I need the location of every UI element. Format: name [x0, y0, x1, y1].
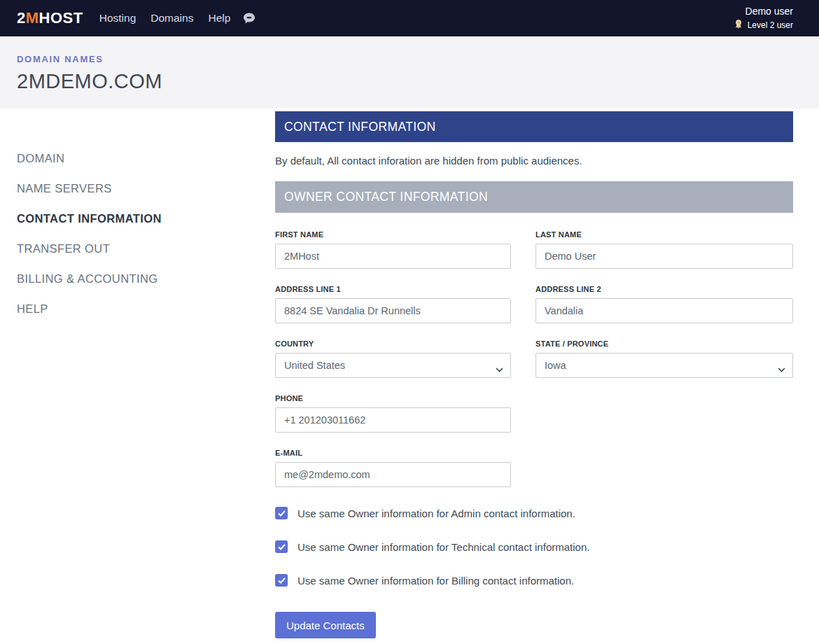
state-label: STATE / PROVINCE	[536, 340, 793, 348]
admin-checkbox-label: Use same Owner information for Admin con…	[298, 507, 575, 519]
phone-input[interactable]	[275, 407, 511, 433]
sidebar-item-domain[interactable]: DOMAIN	[17, 144, 275, 174]
email-label: E-MAIL	[275, 449, 511, 457]
page: 2MHOST Hosting Domains Help Demo user	[0, 0, 819, 644]
field-address2: ADDRESS LINE 2	[536, 285, 793, 323]
address1-label: ADDRESS LINE 1	[275, 285, 511, 293]
field-state: STATE / PROVINCE Iowa	[536, 340, 793, 378]
checkbox-group: Use same Owner information for Admin con…	[275, 507, 793, 587]
user-level-label: Level 2 user	[748, 20, 793, 30]
country-label: COUNTRY	[275, 340, 511, 348]
nav-link-domains[interactable]: Domains	[150, 12, 193, 24]
field-address1: ADDRESS LINE 1	[275, 285, 511, 323]
admin-checkbox[interactable]	[275, 507, 288, 519]
first-name-label: FIRST NAME	[275, 230, 511, 239]
sidebar-item-name-servers[interactable]: NAME SERVERS	[17, 174, 275, 204]
main-panel: CONTACT INFORMATION By default, All cont…	[275, 108, 793, 638]
technical-checkbox[interactable]	[275, 540, 288, 553]
field-email: E-MAIL	[275, 449, 511, 487]
checkbox-row-technical[interactable]: Use same Owner information for Technical…	[275, 540, 793, 553]
subsection-header: OWNER CONTACT INFORMATION	[275, 181, 793, 213]
sidebar-item-billing-accounting[interactable]: BILLING & ACCOUNTING	[17, 264, 275, 294]
field-last-name: LAST NAME	[536, 230, 793, 269]
page-header: DOMAIN NAMES 2MDEMO.COM	[0, 36, 819, 108]
last-name-label: LAST NAME	[536, 230, 793, 239]
owner-contact-form: FIRST NAME LAST NAME ADDRESS LINE 1 ADDR	[275, 230, 793, 638]
chat-bubble-icon[interactable]	[242, 11, 256, 25]
sidebar-item-contact-information[interactable]: CONTACT INFORMATION	[17, 204, 275, 234]
address2-label: ADDRESS LINE 2	[536, 285, 793, 293]
field-phone: PHONE	[275, 394, 511, 433]
sidebar-item-transfer-out[interactable]: TRANSFER OUT	[17, 234, 275, 264]
privacy-note: By default, All contact inforation are h…	[275, 155, 793, 167]
nav-link-help[interactable]: Help	[208, 12, 230, 24]
billing-checkbox[interactable]	[275, 574, 288, 587]
medal-icon	[734, 19, 743, 31]
sidebar: DOMAIN NAME SERVERS CONTACT INFORMATION …	[0, 108, 275, 638]
page-title: 2MDEMO.COM	[17, 70, 819, 93]
nav-link-hosting[interactable]: Hosting	[99, 12, 136, 24]
address1-input[interactable]	[275, 298, 511, 323]
user-menu[interactable]: Demo user Level 2 user	[734, 6, 793, 31]
state-select[interactable]: Iowa	[536, 353, 793, 378]
user-level: Level 2 user	[734, 19, 793, 31]
field-first-name: FIRST NAME	[275, 230, 511, 269]
breadcrumb: DOMAIN NAMES	[17, 54, 819, 64]
field-country: COUNTRY United States	[275, 340, 511, 378]
section-header: CONTACT INFORMATION	[275, 111, 793, 142]
brand-prefix: 2	[17, 9, 26, 27]
brand-m: M	[26, 9, 39, 27]
phone-label: PHONE	[275, 394, 511, 402]
technical-checkbox-label: Use same Owner information for Technical…	[298, 541, 589, 553]
update-contacts-button[interactable]: Update Contacts	[275, 612, 376, 638]
email-input[interactable]	[275, 462, 511, 487]
content: DOMAIN NAME SERVERS CONTACT INFORMATION …	[0, 108, 819, 638]
checkbox-row-admin[interactable]: Use same Owner information for Admin con…	[275, 507, 793, 519]
checkbox-row-billing[interactable]: Use same Owner information for Billing c…	[275, 574, 793, 587]
last-name-input[interactable]	[536, 244, 793, 269]
address2-input[interactable]	[536, 298, 793, 323]
nav-links: Hosting Domains Help	[99, 12, 231, 24]
brand-logo[interactable]: 2MHOST	[17, 9, 83, 27]
sidebar-item-help[interactable]: HELP	[17, 294, 275, 324]
user-name: Demo user	[734, 6, 793, 17]
brand-suffix: HOST	[39, 9, 83, 27]
billing-checkbox-label: Use same Owner information for Billing c…	[298, 575, 574, 587]
top-navbar: 2MHOST Hosting Domains Help Demo user	[0, 0, 819, 36]
first-name-input[interactable]	[275, 244, 511, 269]
country-select[interactable]: United States	[275, 353, 511, 378]
